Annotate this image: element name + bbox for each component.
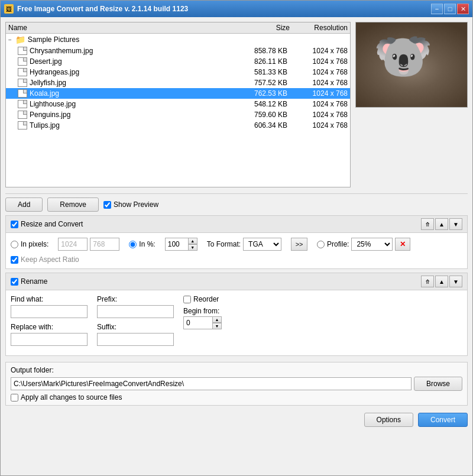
reorder-checkbox-label[interactable]: Reorder	[183, 295, 222, 303]
reorder-group: Reorder Begin from: ▲ ▼	[183, 295, 222, 346]
file-icon	[18, 111, 27, 119]
rename-section-header: Rename ⤊ ▲ ▼	[6, 273, 467, 290]
reorder-checkbox[interactable]	[183, 296, 191, 303]
format-dropdown[interactable]: TGA JPG PNG BMP GIF TIFF	[243, 238, 281, 251]
output-path-row: Browse	[11, 377, 462, 391]
folder-icon: 📁	[15, 35, 25, 44]
convert-button[interactable]: Convert	[418, 413, 468, 427]
col-size-header: Size	[235, 24, 294, 32]
buttons-row: Add Remove Show Preview	[5, 193, 468, 215]
resize-nav-up[interactable]: ▲	[435, 218, 448, 230]
file-row[interactable]: Hydrangeas.jpg 581.33 KB 1024 x 768	[6, 67, 350, 77]
percent-spin-down[interactable]: ▼	[188, 244, 197, 251]
rename-nav-top[interactable]: ⤊	[421, 276, 434, 287]
file-list-container[interactable]: Name Size Resolution − 📁 Sample Pictures…	[5, 22, 351, 187]
resize-nav-down[interactable]: ▼	[449, 218, 462, 230]
file-name: Chrysanthemum.jpg	[30, 47, 231, 55]
rename-enabled-checkbox[interactable]	[11, 278, 18, 286]
rename-nav-down[interactable]: ▼	[449, 276, 462, 287]
percent-input-group: ▲ ▼	[165, 238, 197, 251]
folder-name: Sample Pictures	[28, 35, 79, 44]
resize-options-row: In pixels: In %: ▲	[11, 238, 462, 251]
begin-from-spin-down[interactable]: ▼	[212, 323, 222, 329]
resize-nav-top[interactable]: ⤊	[421, 218, 434, 230]
file-icon	[18, 121, 27, 129]
file-row[interactable]: Tulips.jpg 606.34 KB 1024 x 768	[6, 120, 350, 131]
file-row[interactable]: Lighthouse.jpg 548.12 KB 1024 x 768	[6, 99, 350, 109]
file-icon	[18, 57, 27, 66]
profile-radio-label[interactable]: Profile:	[317, 240, 349, 248]
remove-button[interactable]: Remove	[47, 197, 99, 212]
prefix-label: Prefix:	[97, 295, 174, 303]
apply-changes-checkbox[interactable]	[11, 394, 18, 401]
file-size: 581.33 KB	[233, 68, 292, 76]
maximize-button[interactable]: □	[444, 4, 456, 14]
begin-from-label: Begin from:	[183, 307, 222, 315]
in-percent-radio-label[interactable]: In %:	[129, 240, 155, 248]
file-resolution: 1024 x 768	[294, 121, 348, 129]
resize-section-body: In pixels: In %: ▲	[6, 233, 467, 268]
file-row[interactable]: Jellyfish.jpg 757.52 KB 1024 x 768	[6, 77, 350, 88]
profile-dropdown[interactable]: 25% 50% 75% 100%	[351, 238, 393, 251]
file-row[interactable]: Chrysanthemum.jpg 858.78 KB 1024 x 768	[6, 46, 350, 56]
file-rows: Chrysanthemum.jpg 858.78 KB 1024 x 768 D…	[6, 46, 350, 131]
title-bar-text: Free Image Convert and Resize v. 2.1.14 …	[17, 5, 427, 13]
keep-aspect-row: Keep Aspect Ratio	[11, 255, 462, 264]
file-name: Jellyfish.jpg	[30, 79, 231, 87]
resize-section-title: Resize and Convert	[11, 220, 83, 228]
file-size: 757.52 KB	[233, 79, 292, 87]
file-list-header: Name Size Resolution	[6, 22, 350, 34]
close-button[interactable]: ✕	[457, 4, 469, 14]
file-icon	[18, 100, 27, 108]
preview-image	[355, 22, 468, 108]
minimize-button[interactable]: −	[431, 4, 443, 14]
pixel-width-input[interactable]	[58, 238, 88, 251]
in-pixels-radio[interactable]	[11, 241, 18, 248]
add-button[interactable]: Add	[5, 197, 43, 212]
output-path-input[interactable]	[11, 377, 412, 390]
replace-with-input[interactable]	[11, 333, 88, 346]
suffix-group: Suffix:	[97, 323, 174, 346]
arrow-button[interactable]: >>	[291, 238, 307, 251]
keep-aspect-checkbox[interactable]	[11, 256, 18, 264]
file-row[interactable]: Penguins.jpg 759.60 KB 1024 x 768	[6, 109, 350, 120]
profile-radio[interactable]	[317, 241, 325, 248]
suffix-input[interactable]	[97, 333, 174, 346]
show-preview-checkbox-label[interactable]: Show Preview	[103, 200, 158, 209]
replace-with-group: Replace with:	[11, 323, 88, 346]
in-pixels-radio-label[interactable]: In pixels:	[11, 240, 48, 248]
col-name-header: Name	[8, 24, 235, 32]
prefix-input[interactable]	[97, 305, 174, 318]
file-size: 606.34 KB	[233, 121, 292, 129]
in-percent-radio[interactable]	[129, 241, 137, 248]
file-icon	[18, 89, 27, 98]
replace-with-label: Replace with:	[11, 323, 88, 331]
find-what-group: Find what:	[11, 295, 88, 318]
resize-enabled-checkbox[interactable]	[11, 221, 18, 228]
file-row[interactable]: Desert.jpg 826.11 KB 1024 x 768	[6, 56, 350, 67]
resize-section: Resize and Convert ⤊ ▲ ▼ In pixels:	[5, 215, 468, 269]
browse-button[interactable]: Browse	[414, 377, 462, 391]
percent-input[interactable]	[165, 238, 189, 251]
find-what-input[interactable]	[11, 305, 88, 318]
apply-changes-checkbox-label[interactable]: Apply all changes to source files	[11, 393, 462, 401]
file-row[interactable]: Koala.jpg 762.53 KB 1024 x 768	[6, 88, 350, 99]
file-name: Penguins.jpg	[30, 111, 231, 119]
preview-panel	[355, 22, 468, 187]
begin-from-spin-up[interactable]: ▲	[212, 316, 222, 323]
file-resolution: 1024 x 768	[294, 47, 348, 55]
pixel-height-input[interactable]	[90, 238, 119, 251]
begin-from-input[interactable]	[183, 316, 213, 329]
show-preview-checkbox[interactable]	[103, 201, 111, 209]
prefix-group: Prefix:	[97, 295, 174, 318]
profile-label: Profile:	[327, 240, 349, 248]
options-button[interactable]: Options	[364, 413, 413, 427]
file-icon	[18, 68, 27, 76]
rename-section-title: Rename	[11, 277, 47, 286]
main-content: Name Size Resolution − 📁 Sample Pictures…	[1, 17, 472, 475]
rename-nav-up[interactable]: ▲	[435, 276, 448, 287]
col-resolution-header: Resolution	[294, 24, 348, 32]
clear-profile-button[interactable]: ✕	[395, 238, 410, 251]
percent-spin-up[interactable]: ▲	[188, 238, 197, 244]
suffix-label: Suffix:	[97, 323, 174, 331]
